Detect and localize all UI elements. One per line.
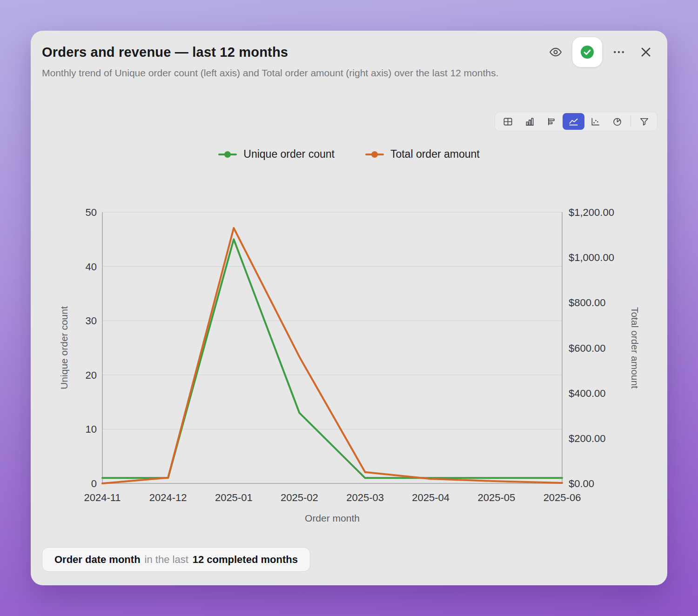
filter-value-label: 12 completed months: [193, 554, 298, 566]
legend-marker-icon: [365, 150, 384, 159]
toolbar-bar-chart-button[interactable]: [519, 113, 541, 130]
date-filter-pill[interactable]: Order date month in the last 12 complete…: [42, 547, 310, 572]
svg-text:2024-11: 2024-11: [84, 492, 121, 503]
legend-marker-icon: [218, 150, 237, 159]
page-subtitle: Monthly trend of Unique order count (lef…: [42, 66, 526, 81]
svg-text:10: 10: [86, 423, 97, 435]
eye-icon: [549, 45, 563, 59]
svg-text:0: 0: [91, 478, 97, 489]
filter-field-label: Order date month: [54, 554, 141, 566]
left-axis-ticks: 01020304050: [86, 208, 97, 489]
series-line-unique-order-count: [102, 239, 562, 478]
x-axis-title: Order month: [305, 513, 360, 523]
svg-text:2025-06: 2025-06: [544, 492, 581, 503]
check-circle-icon: [580, 45, 595, 60]
close-button[interactable]: [636, 42, 656, 62]
header-actions: [545, 37, 656, 67]
line-chart-svg: 01020304050$0.00$200.00$400.00$600.00$80…: [31, 208, 667, 533]
close-icon: [639, 45, 653, 59]
left-axis-title: Unique order count: [59, 306, 69, 389]
svg-text:2025-05: 2025-05: [477, 492, 515, 503]
preview-button[interactable]: [545, 42, 566, 62]
chart-card: Orders and revenue — last 12 months Mont…: [31, 31, 667, 585]
legend-item: Unique order count: [218, 148, 335, 161]
svg-text:2024-12: 2024-12: [149, 492, 187, 503]
toolbar-table-button[interactable]: [497, 113, 519, 130]
right-axis-title: Total order amount: [630, 307, 640, 388]
svg-text:2025-01: 2025-01: [215, 492, 253, 503]
svg-text:30: 30: [86, 315, 97, 327]
toolbar-pie-chart-button[interactable]: [606, 113, 628, 130]
svg-text:$400.00: $400.00: [569, 388, 606, 399]
svg-text:2025-03: 2025-03: [346, 492, 384, 503]
svg-text:2025-04: 2025-04: [412, 492, 450, 503]
toolbar-horizontal-bar-chart-button[interactable]: [541, 113, 563, 130]
approve-button[interactable]: [572, 37, 602, 67]
svg-text:$600.00: $600.00: [569, 342, 606, 354]
svg-text:20: 20: [86, 369, 97, 381]
filter-connector-label: in the last: [145, 554, 188, 566]
chart-type-toolbar: [495, 112, 658, 131]
toolbar-area-chart-button[interactable]: [563, 113, 584, 130]
toolbar-scatter-chart-button[interactable]: [584, 113, 606, 130]
svg-text:50: 50: [86, 208, 97, 218]
chart: 01020304050$0.00$200.00$400.00$600.00$80…: [31, 208, 667, 533]
svg-text:$800.00: $800.00: [569, 297, 606, 308]
toolbar-divider: [631, 116, 631, 127]
svg-text:$1,000.00: $1,000.00: [569, 252, 614, 263]
chart-legend: Unique order countTotal order amount: [31, 148, 667, 161]
svg-text:40: 40: [86, 261, 97, 273]
legend-label: Unique order count: [243, 148, 335, 161]
svg-text:2025-02: 2025-02: [281, 492, 318, 503]
page-title: Orders and revenue — last 12 months: [42, 45, 526, 60]
gridlines: [102, 212, 562, 429]
svg-text:$200.00: $200.00: [569, 433, 606, 444]
ellipsis-icon: [612, 45, 626, 59]
more-options-button[interactable]: [609, 42, 629, 62]
svg-text:$1,200.00: $1,200.00: [569, 208, 614, 218]
right-axis-ticks: $0.00$200.00$400.00$600.00$800.00$1,000.…: [569, 208, 614, 489]
svg-text:$0.00: $0.00: [569, 478, 594, 489]
axes: [102, 212, 562, 483]
legend-label: Total order amount: [390, 148, 480, 161]
toolbar-filter-button[interactable]: [633, 113, 655, 130]
legend-item: Total order amount: [365, 148, 480, 161]
card-header: Orders and revenue — last 12 months Mont…: [42, 45, 526, 81]
x-axis-ticks: 2024-112024-122025-012025-022025-032025-…: [84, 492, 581, 503]
